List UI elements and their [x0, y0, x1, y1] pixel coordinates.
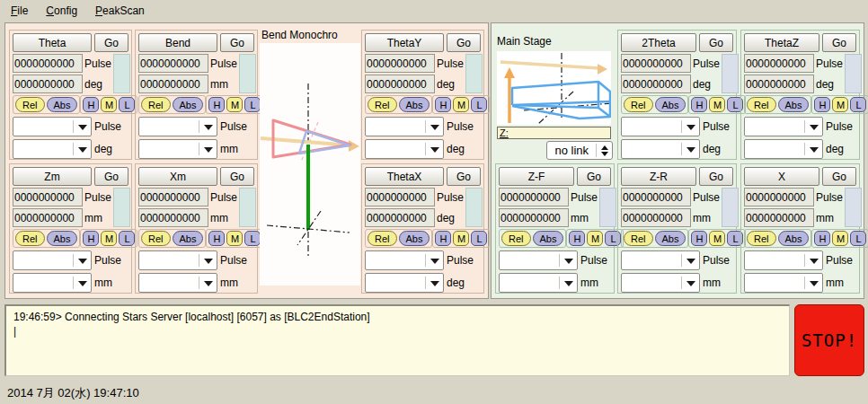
absolute-mode-button[interactable]: Abs	[533, 231, 564, 246]
log-console[interactable]: 19:46:59> Connecting Stars Server [local…	[4, 304, 790, 376]
pulse-step-select[interactable]	[744, 117, 823, 136]
speed-low-button[interactable]: L	[850, 231, 866, 246]
go-button[interactable]: Go	[94, 167, 128, 186]
speed-mid-button[interactable]: M	[709, 231, 725, 246]
speed-high-button[interactable]: H	[83, 97, 99, 112]
go-button[interactable]: Go	[220, 167, 254, 186]
relative-mode-button[interactable]: Rel	[15, 231, 45, 246]
speed-high-button[interactable]: H	[814, 97, 830, 112]
speed-high-button[interactable]: H	[435, 231, 451, 246]
absolute-mode-button[interactable]: Abs	[778, 231, 810, 246]
relative-mode-button[interactable]: Rel	[747, 97, 776, 112]
motor-name-button[interactable]: Xm	[138, 167, 217, 186]
speed-low-button[interactable]: L	[244, 97, 261, 112]
pulse-step-select[interactable]	[365, 117, 444, 136]
speed-high-button[interactable]: H	[691, 231, 707, 246]
absolute-mode-button[interactable]: Abs	[173, 231, 204, 246]
unit-step-select[interactable]	[744, 273, 823, 293]
link-mode-select[interactable]: no link	[546, 141, 613, 160]
speed-mid-button[interactable]: M	[832, 231, 848, 246]
menu-item-file[interactable]: File	[9, 4, 30, 18]
speed-mid-button[interactable]: M	[226, 231, 243, 246]
speed-high-button[interactable]: H	[691, 97, 707, 112]
speed-high-button[interactable]: H	[569, 231, 585, 246]
speed-mid-button[interactable]: M	[453, 97, 469, 112]
motor-name-button[interactable]: Z-F	[499, 167, 574, 186]
relative-mode-button[interactable]: Rel	[624, 97, 653, 112]
motor-name-button[interactable]: ThetaX	[365, 167, 444, 186]
absolute-mode-button[interactable]: Abs	[778, 97, 810, 112]
absolute-mode-button[interactable]: Abs	[655, 231, 686, 246]
absolute-mode-button[interactable]: Abs	[655, 97, 686, 112]
relative-mode-button[interactable]: Rel	[15, 97, 45, 112]
speed-mid-button[interactable]: M	[453, 231, 469, 246]
pulse-step-select[interactable]	[499, 250, 578, 270]
pulse-step-select[interactable]	[13, 117, 92, 136]
spinner-arrows-icon[interactable]	[597, 145, 612, 156]
z-link-input[interactable]: Z:	[497, 127, 611, 139]
relative-mode-button[interactable]: Rel	[141, 97, 171, 112]
speed-high-button[interactable]: H	[208, 97, 225, 112]
relative-mode-button[interactable]: Rel	[624, 231, 653, 246]
go-button[interactable]: Go	[699, 33, 733, 52]
pulse-step-select[interactable]	[744, 250, 823, 270]
go-button[interactable]: Go	[822, 167, 856, 186]
motor-name-button[interactable]: Z-R	[621, 167, 696, 186]
speed-high-button[interactable]: H	[814, 231, 830, 246]
go-button[interactable]: Go	[94, 33, 128, 52]
unit-step-select[interactable]	[365, 139, 444, 159]
pulse-step-select[interactable]	[13, 250, 92, 270]
unit-step-select[interactable]	[499, 273, 578, 293]
menu-item-peakscan[interactable]: PeakScan	[93, 4, 146, 18]
speed-high-button[interactable]: H	[435, 97, 451, 112]
speed-low-button[interactable]: L	[471, 97, 487, 112]
go-button[interactable]: Go	[220, 33, 254, 52]
unit-step-select[interactable]	[13, 273, 92, 293]
relative-mode-button[interactable]: Rel	[501, 231, 531, 246]
absolute-mode-button[interactable]: Abs	[399, 97, 430, 112]
speed-mid-button[interactable]: M	[101, 97, 117, 112]
speed-high-button[interactable]: H	[83, 231, 99, 246]
relative-mode-button[interactable]: Rel	[368, 231, 397, 246]
relative-mode-button[interactable]: Rel	[141, 231, 171, 246]
absolute-mode-button[interactable]: Abs	[173, 97, 204, 112]
motor-name-button[interactable]: X	[744, 167, 819, 186]
unit-step-select[interactable]	[744, 139, 823, 159]
speed-mid-button[interactable]: M	[832, 97, 848, 112]
absolute-mode-button[interactable]: Abs	[47, 97, 78, 112]
go-button[interactable]: Go	[822, 33, 856, 52]
go-button[interactable]: Go	[699, 167, 733, 186]
unit-step-select[interactable]	[13, 139, 92, 159]
go-button[interactable]: Go	[577, 167, 611, 186]
go-button[interactable]: Go	[447, 33, 481, 52]
motor-name-button[interactable]: ThetaY	[365, 33, 444, 52]
speed-low-button[interactable]: L	[244, 231, 261, 246]
menu-item-config[interactable]: Config	[44, 4, 79, 18]
motor-name-button[interactable]: 2Theta	[621, 33, 696, 52]
unit-step-select[interactable]	[621, 273, 700, 293]
pulse-step-select[interactable]	[621, 117, 700, 136]
unit-step-select[interactable]	[621, 139, 700, 159]
pulse-step-select[interactable]	[365, 250, 444, 270]
unit-step-select[interactable]	[138, 273, 217, 293]
pulse-step-select[interactable]	[138, 250, 217, 270]
unit-step-select[interactable]	[138, 139, 217, 159]
relative-mode-button[interactable]: Rel	[747, 231, 776, 246]
speed-mid-button[interactable]: M	[709, 97, 725, 112]
speed-mid-button[interactable]: M	[101, 231, 117, 246]
speed-low-button[interactable]: L	[850, 97, 866, 112]
stop-button[interactable]: STOP!	[794, 304, 864, 376]
absolute-mode-button[interactable]: Abs	[47, 231, 78, 246]
relative-mode-button[interactable]: Rel	[368, 97, 397, 112]
go-button[interactable]: Go	[447, 167, 481, 186]
speed-low-button[interactable]: L	[471, 231, 487, 246]
unit-step-select[interactable]	[365, 273, 444, 293]
speed-high-button[interactable]: H	[208, 231, 225, 246]
motor-name-button[interactable]: Bend	[138, 33, 217, 52]
speed-low-button[interactable]: L	[119, 97, 135, 112]
motor-name-button[interactable]: Theta	[13, 33, 92, 52]
pulse-step-select[interactable]	[621, 250, 700, 270]
pulse-step-select[interactable]	[138, 117, 217, 136]
speed-low-button[interactable]: L	[119, 231, 135, 246]
motor-name-button[interactable]: Zm	[13, 167, 92, 186]
